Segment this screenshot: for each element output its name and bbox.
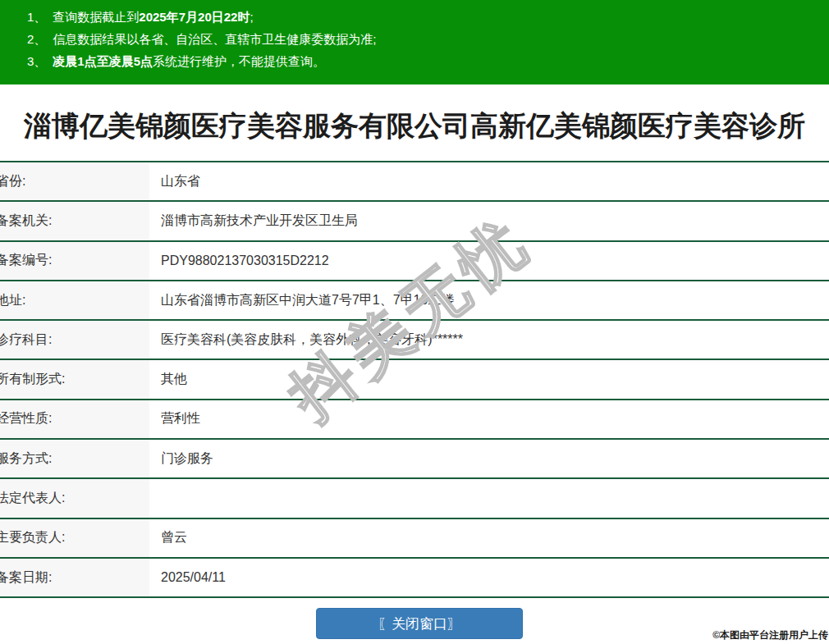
notice-line-number: 3、 (27, 54, 46, 68)
row-label: 经营性质: (0, 400, 149, 438)
info-table: 省份: 山东省 备案机关: 淄博市高新技术产业开发区卫生局 备案编号: PDY9… (0, 161, 829, 598)
table-row: 备案日期: 2025/04/11 (0, 557, 829, 596)
notice-text: 系统进行维护，不能提供查询。 (153, 54, 325, 68)
notice-text-bold: 凌晨1点至凌晨5点 (53, 54, 153, 68)
attribution-note: ©本图由平台注册用户上传 (712, 628, 828, 642)
row-label: 服务方式: (0, 440, 149, 477)
table-row: 地址: 山东省淄博市高新区中润大道7号7甲1、7甲10二楼 (0, 280, 829, 319)
row-value: 营利性 (149, 410, 829, 427)
row-value: PDY98802137030315D2212 (149, 253, 829, 268)
row-label: 法定代表人: (0, 479, 149, 517)
row-label: 诊疗科目: (0, 321, 149, 359)
close-window-button[interactable]: 〖关闭窗口〗 (316, 608, 523, 639)
notice-line: 1、查询数据截止到2025年7月20日22时; (0, 6, 829, 28)
table-row: 主要负责人: 曾云 (0, 518, 829, 557)
page-title: 淄博亿美锦颜医疗美容服务有限公司高新亿美锦颜医疗美容诊所 (0, 107, 829, 145)
notice-text: 信息数据结果以各省、自治区、直辖市卫生健康委数据为准; (53, 32, 376, 46)
row-value: 曾云 (149, 529, 829, 546)
row-value: 淄博市高新技术产业开发区卫生局 (149, 212, 829, 230)
row-label: 省份: (0, 162, 149, 200)
row-value: 门诊服务 (149, 450, 829, 468)
notice-text: ; (250, 10, 253, 24)
notice-line: 2、信息数据结果以各省、自治区、直辖市卫生健康委数据为准; (0, 28, 829, 50)
notice-text-bold: 2025年7月20日22时 (139, 10, 250, 24)
table-row: 省份: 山东省 (0, 161, 829, 200)
row-label: 备案编号: (0, 242, 149, 280)
row-value: 2025/04/11 (149, 570, 829, 585)
table-row: 诊疗科目: 医疗美容科(美容皮肤科，美容外科，美容牙科)****** (0, 319, 829, 359)
notice-banner: 1、查询数据截止到2025年7月20日22时; 2、信息数据结果以各省、自治区、… (0, 0, 829, 84)
row-value: 山东省 (149, 173, 829, 190)
row-label: 备案机关: (0, 202, 149, 240)
row-label: 地址: (0, 281, 149, 319)
table-row: 备案机关: 淄博市高新技术产业开发区卫生局 (0, 200, 829, 240)
row-label: 所有制形式: (0, 360, 149, 398)
row-value: 其他 (149, 371, 829, 388)
table-row: 服务方式: 门诊服务 (0, 438, 829, 477)
table-row: 法定代表人: (0, 477, 829, 517)
notice-text: 查询数据截止到 (53, 10, 139, 24)
table-row: 备案编号: PDY98802137030315D2212 (0, 240, 829, 280)
row-label: 主要负责人: (0, 519, 149, 557)
notice-line-number: 2、 (27, 32, 46, 46)
notice-line-number: 1、 (27, 10, 46, 24)
row-value: 医疗美容科(美容皮肤科，美容外科，美容牙科)****** (149, 331, 829, 349)
table-row: 经营性质: 营利性 (0, 399, 829, 438)
notice-line: 3、凌晨1点至凌晨5点系统进行维护，不能提供查询。 (0, 50, 829, 72)
table-row: 所有制形式: 其他 (0, 359, 829, 398)
row-value: 山东省淄博市高新区中润大道7号7甲1、7甲10二楼 (149, 292, 829, 309)
row-label: 备案日期: (0, 559, 149, 596)
